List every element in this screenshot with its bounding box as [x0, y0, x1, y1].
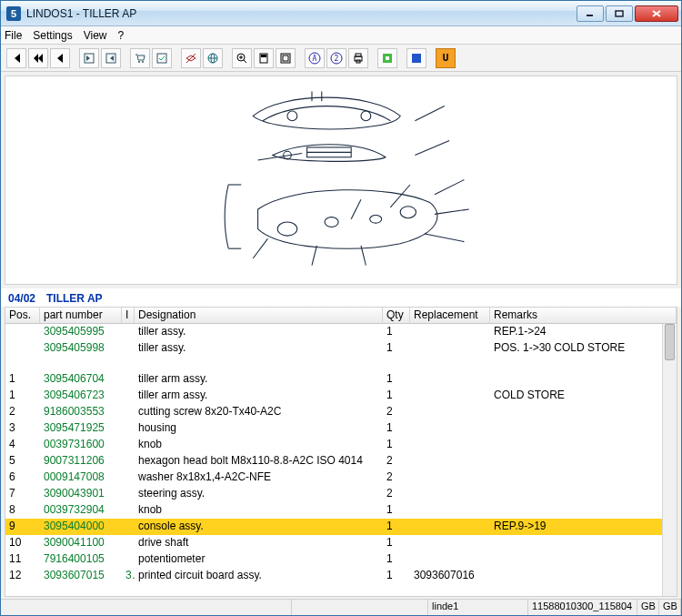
u-icon[interactable]: U — [436, 48, 456, 68]
table-row[interactable]: 103090041100drive shaft1 — [5, 535, 677, 551]
cell: 0039732904 — [40, 502, 122, 519]
info-2-icon[interactable]: 2 — [326, 48, 346, 68]
cell: 1 — [383, 324, 410, 340]
blue-icon[interactable] — [406, 48, 426, 68]
cell — [122, 324, 135, 340]
cell: knob — [135, 437, 383, 453]
table-header: Pos. part number I Designation Qty Repla… — [5, 308, 677, 324]
menu-help[interactable]: ? — [118, 29, 125, 42]
cell — [410, 535, 490, 551]
scrollbar-thumb[interactable] — [665, 324, 675, 360]
svg-rect-18 — [261, 55, 266, 57]
cell: 1 — [383, 340, 410, 371]
fit-icon[interactable] — [276, 48, 296, 68]
menu-settings[interactable]: Settings — [33, 29, 72, 42]
col-designation[interactable]: Designation — [135, 308, 383, 323]
svg-point-6 — [138, 61, 140, 63]
table-row[interactable]: 80039732904knob1 — [5, 502, 677, 519]
info-a-icon[interactable]: A — [305, 48, 325, 68]
cell: REP.9->19 — [490, 519, 677, 535]
status-pane-4: 11588010300_115804 — [528, 600, 637, 615]
table-row[interactable]: 13095406723tiller arm assy.1COLD STORE — [5, 388, 677, 404]
cell: 9 — [5, 519, 40, 535]
cell — [122, 340, 135, 371]
menu-file[interactable]: File — [5, 29, 22, 42]
layer-off-icon[interactable] — [181, 48, 201, 68]
green-icon[interactable] — [377, 48, 397, 68]
cell — [122, 371, 135, 388]
table-row[interactable]: 40039731600knob1 — [5, 437, 677, 453]
cell: hexagon head bolt M8x110-8.8-A2C ISO 401… — [135, 453, 383, 470]
maximize-button[interactable] — [606, 5, 633, 22]
table-row[interactable]: 13095406704tiller arm assy.1 — [5, 371, 677, 388]
table-row[interactable]: 73090043901steering assy.2 — [5, 486, 677, 502]
cell: cutting screw 8x20-Tx40-A2C — [135, 404, 383, 420]
svg-line-48 — [415, 141, 449, 156]
menu-view[interactable]: View — [84, 29, 107, 42]
table-row[interactable]: 33095471925housing1 — [5, 420, 677, 437]
minimize-button[interactable] — [577, 5, 604, 22]
cell: tiller arm assy. — [135, 371, 383, 388]
col-pos[interactable]: Pos. — [5, 308, 40, 323]
col-part[interactable]: part number — [40, 308, 122, 323]
open-icon[interactable] — [79, 48, 99, 68]
cell: 2 — [383, 486, 410, 502]
zoom-icon[interactable] — [232, 48, 252, 68]
cell: 1 — [383, 519, 410, 535]
table-row[interactable]: 29186003553cutting screw 8x20-Tx40-A2C2 — [5, 404, 677, 420]
cell: 12 — [5, 568, 40, 584]
cell: 1 — [383, 568, 410, 584]
page-icon[interactable] — [254, 48, 274, 68]
svg-point-42 — [325, 217, 338, 227]
cell — [122, 420, 135, 437]
cell — [490, 420, 677, 437]
cell: 0009147008 — [40, 470, 122, 486]
cell: COLD STORE — [490, 388, 677, 404]
table-row[interactable]: 1230936070153printed circuit board assy.… — [5, 568, 677, 584]
diagram-viewer[interactable] — [5, 76, 677, 285]
cell — [410, 486, 490, 502]
cell — [122, 388, 135, 404]
cell — [122, 519, 135, 535]
save-icon[interactable] — [101, 48, 121, 68]
print-icon[interactable] — [348, 48, 368, 68]
table-row[interactable]: 93095404000console assy.1REP.9->19 — [5, 519, 677, 535]
table-row[interactable]: 117916400105potentiometer1 — [5, 551, 677, 568]
table-row[interactable]: 3095405998tiller assy.1POS. 1->30 COLD S… — [5, 340, 677, 371]
globe-icon[interactable] — [203, 48, 223, 68]
svg-point-31 — [287, 111, 297, 121]
svg-point-43 — [369, 216, 381, 224]
cell: 3095406704 — [40, 371, 122, 388]
back-icon[interactable] — [50, 48, 70, 68]
cell: printed circuit board assy. — [135, 568, 383, 584]
svg-point-41 — [277, 222, 297, 236]
cell — [410, 502, 490, 519]
svg-rect-26 — [356, 54, 361, 56]
cell: 1 — [5, 388, 40, 404]
cell: 3095406723 — [40, 388, 122, 404]
col-qty[interactable]: Qty — [383, 308, 410, 323]
col-i[interactable]: I — [122, 308, 135, 323]
select-all-icon[interactable] — [152, 48, 172, 68]
cell: 3095405995 — [40, 324, 122, 340]
col-replacement[interactable]: Replacement — [410, 308, 490, 323]
rewind-icon[interactable] — [28, 48, 48, 68]
cell: 2 — [5, 404, 40, 420]
svg-line-46 — [390, 185, 410, 207]
table-row[interactable]: 3095405995tiller assy.1REP.1->24 — [5, 324, 677, 340]
first-icon[interactable] — [6, 48, 26, 68]
cell: tiller assy. — [135, 324, 383, 340]
cell: 2 — [383, 404, 410, 420]
table-row[interactable]: 60009147008washer 8x18x1,4-A2C-NFE2 — [5, 470, 677, 486]
cell: 1 — [383, 388, 410, 404]
scrollbar-vertical[interactable] — [662, 324, 677, 596]
svg-line-50 — [435, 209, 469, 214]
cell: 8 — [5, 502, 40, 519]
col-remarks[interactable]: Remarks — [490, 308, 677, 323]
cell: 0039731600 — [40, 437, 122, 453]
cell — [5, 340, 40, 371]
close-button[interactable] — [635, 5, 678, 22]
statusbar: linde1 11588010300_115804 GB GB — [1, 599, 681, 615]
cart-icon[interactable] — [130, 48, 150, 68]
table-row[interactable]: 59007311206hexagon head bolt M8x110-8.8-… — [5, 453, 677, 470]
